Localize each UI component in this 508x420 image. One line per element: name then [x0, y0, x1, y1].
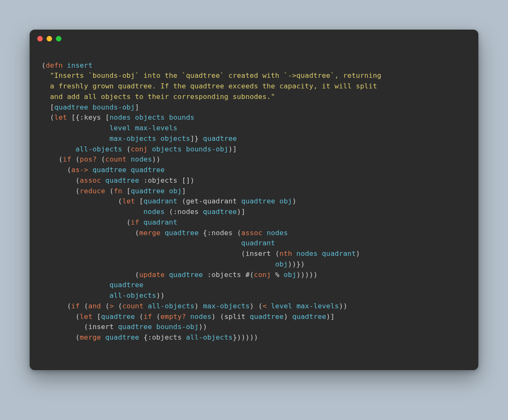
code-token: conj: [254, 271, 271, 279]
code-token: as->: [71, 166, 88, 174]
code-token: if: [144, 313, 152, 321]
code-token: and: [88, 302, 101, 310]
code-token: (: [127, 218, 131, 226]
code-token: insert: [88, 323, 113, 331]
code-token: (: [101, 155, 105, 163]
code-token: count: [122, 302, 144, 310]
code-token: (: [135, 229, 139, 237]
code-token: (: [118, 197, 122, 205]
code-token: quadtree: [241, 197, 275, 205]
code-token: obj: [279, 197, 292, 205]
code-token: level: [271, 302, 292, 310]
code-token: (: [75, 155, 80, 163]
code-token: defn: [46, 61, 63, 69]
code-token: obj: [169, 187, 182, 195]
code-token: [: [105, 113, 110, 121]
code-token: :objects: [207, 271, 241, 279]
code-content[interactable]: (defn insert "Inserts `bounds-obj` into …: [30, 55, 478, 363]
code-token: [{: [71, 113, 80, 121]
code-token: (: [75, 176, 80, 184]
code-token: quadtree: [105, 333, 139, 341]
code-token: quadtree: [250, 313, 284, 321]
code-token: (: [118, 302, 122, 310]
code-token: (: [237, 229, 241, 237]
code-token: update: [139, 271, 165, 279]
code-token: (: [75, 187, 80, 195]
code-token: objects: [152, 145, 182, 153]
code-token: #(: [246, 271, 254, 279]
code-token: ): [356, 250, 360, 258]
code-token: (: [139, 313, 144, 321]
close-icon[interactable]: [37, 36, 43, 41]
code-token: (: [275, 250, 279, 258]
code-token: objects: [160, 135, 190, 143]
code-token: conj: [131, 145, 148, 153]
code-token: :nodes: [207, 229, 232, 237]
code-token: let: [80, 313, 92, 321]
code-token: (: [182, 197, 186, 205]
code-token: [: [97, 313, 101, 321]
code-token: (: [241, 250, 246, 258]
code-token: all-objects: [186, 333, 232, 341]
code-token: pos?: [80, 155, 97, 163]
code-token: (: [156, 313, 160, 321]
code-token: )): [152, 155, 160, 163]
code-token: nodes: [267, 229, 288, 237]
code-token: quadtree: [131, 166, 165, 174]
code-token: max-objects: [203, 302, 249, 310]
code-token: quadtree: [105, 176, 139, 184]
code-token: quadrant: [144, 218, 177, 226]
code-token: quadtree: [110, 281, 144, 289]
code-token: }))))): [233, 333, 258, 341]
code-token: merge: [139, 229, 160, 237]
code-token: :keys: [80, 113, 101, 121]
code-token: level: [110, 124, 131, 132]
code-token: bounds-obj: [156, 323, 199, 331]
code-token: quadtree: [203, 135, 237, 143]
code-token: and add all objects to their correspondi…: [50, 93, 275, 101]
code-token: quadtree: [54, 103, 88, 111]
code-token: obj: [284, 271, 296, 279]
code-token: (: [84, 302, 88, 310]
code-token: objects: [135, 113, 165, 121]
code-token: ))}): [288, 260, 305, 268]
code-token: quadrant: [241, 239, 275, 247]
code-token: (: [75, 313, 80, 321]
code-token: all-objects: [110, 291, 156, 299]
code-token: ): [194, 302, 199, 310]
code-token: (: [67, 166, 71, 174]
code-token: quadtree: [165, 229, 199, 237]
code-token: let: [54, 113, 67, 121]
code-token: merge: [80, 333, 101, 341]
code-token: [101, 113, 105, 121]
code-token: (: [258, 302, 262, 310]
code-token: (: [67, 302, 71, 310]
code-token: insert: [246, 250, 271, 258]
code-token: count: [105, 155, 127, 163]
code-token: )): [339, 302, 348, 310]
code-token: (: [58, 155, 63, 163]
code-token: assoc: [241, 229, 262, 237]
code-token: (: [220, 313, 224, 321]
code-token: reduce: [80, 187, 105, 195]
code-token: bounds-obj: [92, 103, 135, 111]
code-token: (: [75, 333, 80, 341]
code-token: "Inserts `bounds-obj` into the `quadtree…: [50, 71, 381, 80]
code-token: ]}: [190, 135, 199, 143]
minimize-icon[interactable]: [47, 36, 52, 41]
editor-window: (defn insert "Inserts `bounds-obj` into …: [30, 30, 478, 370]
code-token: obj: [275, 260, 288, 268]
code-token: nodes: [144, 208, 165, 216]
code-token: ): [292, 197, 296, 205]
code-token: ))))): [296, 271, 318, 279]
code-token: nodes: [131, 155, 152, 163]
code-token: get-quadrant: [186, 197, 237, 205]
code-token: :nodes: [173, 208, 199, 216]
code-token: all-objects: [75, 145, 122, 153]
code-token: quadtree: [292, 313, 326, 321]
code-token: )]: [229, 145, 237, 153]
code-token: )]: [326, 313, 335, 321]
titlebar: [30, 30, 478, 47]
code-token: (: [84, 323, 88, 331]
zoom-icon[interactable]: [56, 36, 61, 41]
